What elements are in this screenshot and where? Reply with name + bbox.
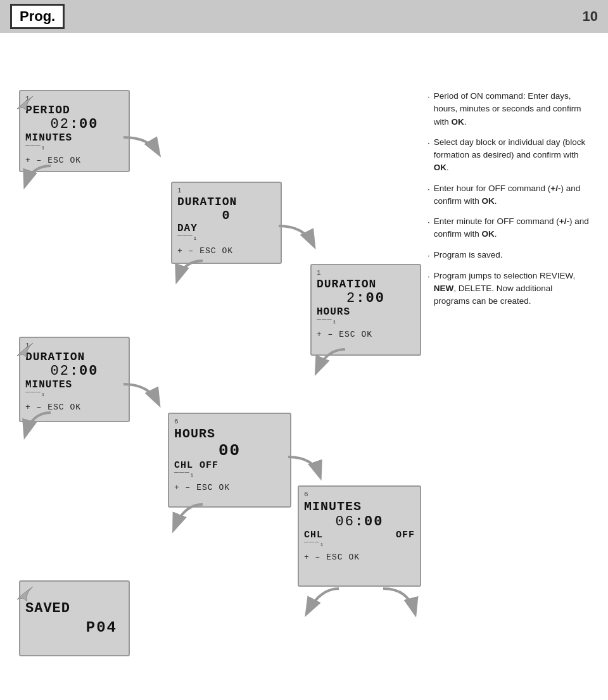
lcd-panel-5: 6 HOURS 00 CHL OFF ‾‾‾¹ + – ESC OK xyxy=(168,413,291,508)
info-text-6: Program jumps to selection REVIEW, NEW, … xyxy=(434,270,589,308)
bullet-3: · xyxy=(428,183,430,196)
info-text-2: Select day block or individual day (bloc… xyxy=(434,136,589,175)
info-text-1: Period of ON command: Enter days, hours,… xyxy=(434,90,589,128)
bullet-2: · xyxy=(428,137,430,149)
panel6-line2: 06:00 xyxy=(304,514,415,530)
bird-icon-7 xyxy=(14,584,36,606)
panel7-line2: P04 xyxy=(25,619,124,636)
arrow-back-5 xyxy=(168,498,209,539)
panel6-dashes: ‾‾‾¹ xyxy=(304,542,415,551)
info-item-1: · Period of ON command: Enter days, hour… xyxy=(428,90,589,128)
lcd-panel-2: 1 DURATION 0 DAY ‾‾‾¹ + – ESC OK xyxy=(171,182,282,264)
panel5-step: 6 xyxy=(174,418,285,425)
panel7-line1: SAVED xyxy=(25,601,124,616)
arrow-4-to-5 xyxy=(117,378,168,413)
lcd-panel-3: 1 DURATION 2:00 HOURS ‾‾‾¹ + – ESC OK xyxy=(310,264,421,356)
panel5-line2: 00 xyxy=(174,441,285,460)
panel3-line2: 2:00 xyxy=(317,291,415,306)
arrow-back-1 xyxy=(19,159,57,197)
arrow-back-4 xyxy=(19,406,57,447)
panel2-dashes: ‾‾‾¹ xyxy=(177,235,276,244)
arrow-1-to-2 xyxy=(117,131,168,163)
panel3-controls: + – ESC OK xyxy=(317,330,415,339)
bullet-1: · xyxy=(428,91,430,103)
prog-title: Prog. xyxy=(20,8,55,24)
panel1-line1: PERIOD xyxy=(25,104,124,116)
panel6-line3: CHLOFF xyxy=(304,530,415,541)
arrow-fwd-6 xyxy=(377,582,424,623)
panel2-step: 1 xyxy=(177,187,276,194)
panel5-line1: HOURS xyxy=(174,427,285,441)
content-area: 1 PERIOD 02:00 MINUTES ‾‾‾¹ + – ESC OK 1… xyxy=(0,33,608,700)
panel6-controls: + – ESC OK xyxy=(304,553,415,562)
panel3-dashes: ‾‾‾¹ xyxy=(317,319,415,328)
header: Prog. 10 xyxy=(0,0,608,33)
panel1-line2: 02:00 xyxy=(25,116,124,132)
panel6-step: 6 xyxy=(304,491,415,498)
panel5-line3: CHL OFF xyxy=(174,460,285,471)
prog-title-box: Prog. xyxy=(10,4,65,29)
info-item-4: · Enter minute for OFF command (+/-) and… xyxy=(428,215,589,241)
panel1-line3: MINUTES xyxy=(25,132,124,144)
arrow-back-6a xyxy=(301,582,345,623)
panel4-line3: MINUTES xyxy=(25,379,124,391)
bullet-5: · xyxy=(428,249,430,262)
info-item-5: · Program is saved. xyxy=(428,249,589,262)
panel1-dashes: ‾‾‾¹ xyxy=(25,145,124,154)
info-panel: · Period of ON command: Enter days, hour… xyxy=(428,90,589,316)
panel4-dashes: ‾‾‾¹ xyxy=(25,392,124,401)
arrow-5-to-6 xyxy=(282,451,329,485)
panel4-line1: DURATION xyxy=(25,351,124,363)
panel5-controls: + – ESC OK xyxy=(174,483,285,492)
arrow-2-to-3 xyxy=(272,220,323,254)
info-text-5: Program is saved. xyxy=(434,249,503,261)
panel2-line1: DURATION xyxy=(177,196,276,208)
bullet-4: · xyxy=(428,216,430,228)
panel2-line3: DAY xyxy=(177,223,276,234)
panel6-line1: MINUTES xyxy=(304,499,415,514)
panel3-line1: DURATION xyxy=(317,278,415,291)
info-item-3: · Enter hour for OFF command (+/-) and c… xyxy=(428,182,589,208)
panel4-step: 1 xyxy=(25,342,124,349)
panel2-line2: 0 xyxy=(177,208,276,223)
lcd-panel-6: 6 MINUTES 06:00 CHLOFF ‾‾‾¹ + – ESC OK xyxy=(298,485,421,587)
arrow-back-2 xyxy=(171,254,209,292)
panel5-dashes: ‾‾‾¹ xyxy=(174,472,285,481)
panel1-step: 1 xyxy=(25,95,124,103)
panel4-line2: 02:00 xyxy=(25,363,124,379)
page-number: 10 xyxy=(583,8,598,25)
bird-icon-4 xyxy=(14,340,36,362)
info-text-3: Enter hour for OFF command (+/-) and con… xyxy=(434,182,589,208)
bullet-6: · xyxy=(428,270,430,283)
panel3-line3: HOURS xyxy=(317,306,415,318)
arrow-back-3 xyxy=(310,343,352,384)
info-item-2: · Select day block or individual day (bl… xyxy=(428,136,589,175)
info-text-4: Enter minute for OFF command (+/-) and c… xyxy=(434,215,589,241)
panel3-step: 1 xyxy=(317,269,415,277)
info-item-6: · Program jumps to selection REVIEW, NEW… xyxy=(428,270,589,308)
bird-icon-1 xyxy=(14,93,36,115)
